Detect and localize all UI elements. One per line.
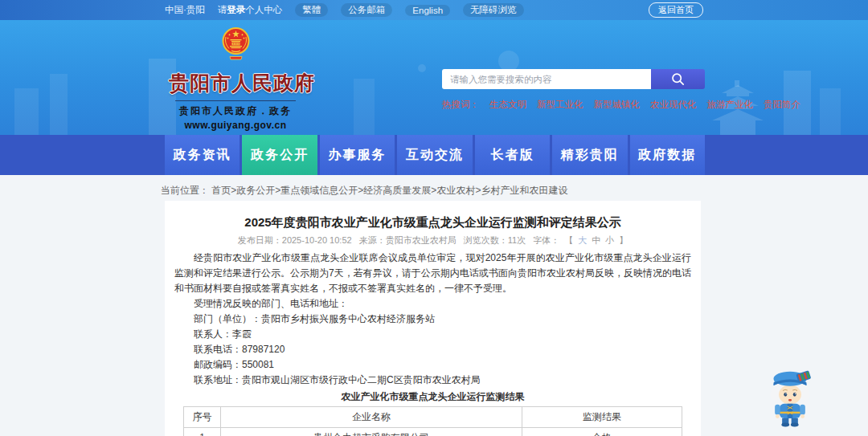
view-count: 浏览次数：11次 — [464, 235, 526, 245]
bracket-close: 】 — [619, 235, 628, 245]
nav-tab-splendid-guiyang[interactable]: 精彩贵阳 — [552, 135, 627, 175]
font-size-medium-button[interactable]: 中 — [592, 235, 600, 245]
search-area: 热搜词： 生态文明 新型工业化 新型城镇化 农业现代化 旅游产业化 贵阳简介 — [442, 69, 707, 111]
nav-tab-services[interactable]: 办事服务 — [320, 135, 395, 175]
article-paragraph: 部门（单位）：贵阳市乡村振兴服务中心农村经济服务站 — [174, 312, 691, 327]
topbar-login-link[interactable]: 请登录个人中心 — [218, 4, 283, 16]
font-size-large-button[interactable]: 大 — [578, 235, 587, 245]
table-row: 1 贵州合力超市采购有限公司 合格 — [184, 428, 682, 436]
article-paragraph: 邮政编码：550081 — [174, 357, 691, 373]
topbar-link-english[interactable]: English — [405, 5, 450, 16]
hot-search-item-industry[interactable]: 新型工业化 — [537, 99, 583, 111]
breadcrumb: 当前位置： 首页>政务公开>重点领域信息公开>经济高质量发展>农业农村>乡村产业… — [161, 184, 567, 198]
article-paragraph: 联系地址：贵阳市观山湖区市级行政中心二期C区贵阳市农业农村局 — [174, 373, 691, 388]
article-meta: 发布日期：2025-10-20 10:52 来源：贵阳市农业农村局 浏览次数：1… — [174, 234, 691, 247]
hot-search-item-urbanization[interactable]: 新型城镇化 — [594, 99, 641, 111]
topbar-link-traditional[interactable]: 繁體 — [295, 3, 328, 17]
monitoring-results-table: 序号 企业名称 监测结果 1 贵州合力超市采购有限公司 合格 2 贵州友禾种业有… — [183, 406, 682, 436]
national-emblem-icon — [218, 25, 254, 65]
nav-tab-gov-affairs[interactable]: 政务公开 — [242, 135, 317, 175]
topbar-link-official-mail[interactable]: 公务邮箱 — [341, 3, 392, 17]
back-home-button[interactable]: 返回首页 — [649, 2, 703, 18]
column-header-company: 企业名称 — [221, 407, 522, 428]
table-header-row: 序号 企业名称 监测结果 — [184, 407, 682, 428]
site-url[interactable]: www.guiyang.gov.cn — [169, 120, 302, 131]
article-paragraph: 联系人：李霞 — [174, 327, 691, 342]
login-prefix: 请 — [218, 5, 227, 14]
site-title: 贵阳市人民政府 — [169, 70, 302, 96]
topbar-links: 中国·贵阳 请登录个人中心 繁體 公务邮箱 English 无障碍浏览 — [165, 3, 649, 17]
article-source: 来源：贵阳市农业农村局 — [359, 235, 457, 245]
content-area: 当前位置： 首页>政务公开>重点领域信息公开>经济高质量发展>农业农村>乡村产业… — [0, 175, 868, 436]
search-icon — [670, 71, 686, 87]
company-name: 贵州合力超市采购有限公司 — [221, 428, 522, 436]
column-header-index: 序号 — [184, 407, 221, 428]
hot-search-label: 热搜词： — [442, 99, 479, 111]
hot-search-row: 热搜词： 生态文明 新型工业化 新型城镇化 农业现代化 旅游产业化 贵阳简介 — [442, 99, 707, 111]
font-size-small-button[interactable]: 小 — [605, 235, 614, 245]
article-card: 2025年度贵阳市农业产业化市级重点龙头企业运行监测和评定结果公示 发布日期：2… — [165, 201, 701, 436]
login-suffix: 个人中心 — [245, 5, 282, 14]
hot-search-item-agriculture[interactable]: 农业现代化 — [650, 99, 697, 111]
search-button[interactable] — [651, 69, 705, 89]
mascot-character[interactable] — [760, 363, 820, 429]
skyline-building — [820, 88, 841, 135]
main-nav: 政务资讯 政务公开 办事服务 互动交流 长者版 精彩贵阳 政府数据 — [0, 135, 868, 175]
topbar-link-china-guiyang[interactable]: 中国·贵阳 — [165, 4, 205, 16]
skyline-building — [354, 79, 375, 135]
article-paragraph: 联系电话：87987120 — [174, 342, 691, 357]
table-caption: 农业产业化市级重点龙头企业运行监测结果 — [174, 390, 691, 403]
login-bold: 登录 — [227, 5, 245, 14]
bracket-open: 【 — [564, 235, 573, 245]
article-body: 经贵阳市农业产业化市级重点龙头企业联席会议成员单位审定，现对2025年开展的农业… — [174, 251, 691, 388]
article-paragraph: 经贵阳市农业产业化市级重点龙头企业联席会议成员单位审定，现对2025年开展的农业… — [174, 251, 691, 296]
nav-tab-interaction[interactable]: 互动交流 — [397, 135, 472, 175]
site-logo: 贵阳市人民政府 贵阳市人民政府．政务 www.guiyang.gov.cn — [169, 25, 302, 131]
breadcrumb-path[interactable]: 首页>政务公开>重点领域信息公开>经济高质量发展>农业农村>乡村产业和农田建设 — [211, 185, 567, 196]
page-root: 中国·贵阳 请登录个人中心 繁體 公务邮箱 English 无障碍浏览 返回首页 — [0, 0, 868, 436]
breadcrumb-label: 当前位置： — [161, 185, 209, 196]
column-header-result: 监测结果 — [522, 407, 682, 428]
nav-tab-senior-edition[interactable]: 长者版 — [475, 135, 550, 175]
nav-tab-gov-data[interactable]: 政府数据 — [630, 135, 705, 175]
topbar: 中国·贵阳 请登录个人中心 繁體 公务邮箱 English 无障碍浏览 返回首页 — [0, 0, 868, 20]
topbar-link-accessibility[interactable]: 无障碍浏览 — [463, 3, 524, 17]
font-size-label: 字体： — [533, 235, 559, 245]
publish-date: 发布日期：2025-10-20 10:52 — [238, 235, 352, 245]
skyline-building — [14, 88, 39, 135]
skyline-building — [50, 74, 68, 135]
hot-search-item-tourism[interactable]: 旅游产业化 — [707, 99, 754, 111]
article-title: 2025年度贵阳市农业产业化市级重点龙头企业运行监测和评定结果公示 — [174, 215, 691, 230]
monitor-result: 合格 — [522, 428, 682, 436]
site-subtitle: 贵阳市人民政府．政务 — [175, 100, 296, 118]
row-index: 1 — [184, 428, 221, 436]
nav-tab-gov-news[interactable]: 政务资讯 — [165, 135, 240, 175]
banner: 贵阳市人民政府 贵阳市人民政府．政务 www.guiyang.gov.cn 热搜… — [0, 20, 868, 135]
banner-bokeh — [418, 64, 426, 72]
search-input[interactable] — [442, 69, 651, 89]
hot-search-item-ecology[interactable]: 生态文明 — [489, 99, 526, 111]
hot-search-item-intro[interactable]: 贵阳简介 — [764, 99, 800, 111]
article-paragraph: 受理情况反映的部门、电话和地址： — [174, 296, 691, 312]
